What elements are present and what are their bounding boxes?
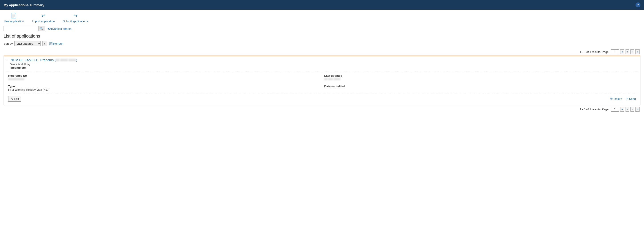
type-group: Type First Working Holiday Visa (417) bbox=[6, 84, 322, 92]
submit-applications-link[interactable]: ↪ Submit applications bbox=[63, 13, 88, 23]
delete-link[interactable]: 🗑 Delete bbox=[610, 97, 622, 100]
advanced-search-link[interactable]: ▾Advanced search bbox=[48, 27, 72, 30]
submit-applications-icon: ↪ bbox=[74, 13, 78, 19]
type-label: Type bbox=[8, 85, 320, 88]
app-dob-blurred: ## #### #### bbox=[56, 58, 76, 62]
header: My applications summary ? bbox=[0, 0, 644, 10]
last-updated-label: Last updated bbox=[324, 74, 636, 77]
results-wrapper: − NOM DE FAMILLE, Prenoms (## #### ####)… bbox=[4, 56, 640, 106]
submit-applications-label: Submit applications bbox=[63, 20, 88, 23]
app-meta: Work & Holiday Incomplete bbox=[6, 63, 638, 69]
edit-button[interactable]: ✎ Edit bbox=[8, 96, 21, 102]
help-button[interactable]: ? bbox=[636, 2, 640, 7]
send-link[interactable]: ✈ Send bbox=[626, 97, 636, 100]
delete-label: Delete bbox=[614, 97, 622, 100]
page-title: My applications summary bbox=[4, 3, 44, 7]
search-input[interactable] bbox=[4, 26, 37, 31]
bottom-page-label: Page bbox=[602, 108, 608, 111]
bottom-prev-page-button[interactable]: ‹ bbox=[626, 107, 629, 112]
app-action-links: 🗑 Delete ✈ Send bbox=[610, 97, 636, 100]
top-pagination-bar: 1 - 1 of 1 results Page « ‹ › » bbox=[4, 48, 640, 56]
app-actions: ✎ Edit 🗑 Delete ✈ Send bbox=[6, 94, 638, 104]
reference-value: ########## bbox=[8, 77, 320, 81]
import-application-icon: ↩ bbox=[41, 13, 45, 19]
main-content: 📄 New application ↩ Import application ↪… bbox=[0, 10, 644, 116]
edit-label: Edit bbox=[14, 97, 19, 100]
search-button[interactable]: 🔍 bbox=[38, 26, 45, 31]
results-container: − NOM DE FAMILLE, Prenoms (## #### ####)… bbox=[4, 56, 640, 106]
import-application-link[interactable]: ↩ Import application bbox=[32, 13, 55, 23]
bottom-page-input[interactable] bbox=[611, 107, 619, 112]
bottom-pagination-bar: 1 - 1 of 1 results Page « ‹ › » bbox=[4, 106, 640, 113]
app-details: Reference No ########## Last updated ## … bbox=[6, 71, 638, 92]
last-updated-value: ## ### #### bbox=[324, 77, 636, 81]
edit-icon: ✎ bbox=[11, 97, 13, 100]
top-page-input[interactable] bbox=[611, 49, 619, 54]
top-last-page-button[interactable]: » bbox=[635, 49, 640, 54]
new-application-label: New application bbox=[4, 20, 24, 23]
last-updated-group: Last updated ## ### #### bbox=[322, 73, 638, 82]
bottom-first-page-button[interactable]: « bbox=[620, 107, 624, 112]
refresh-icon: 🔄 bbox=[49, 42, 52, 45]
advanced-search-label: ▾Advanced search bbox=[48, 27, 72, 30]
delete-icon: 🗑 bbox=[610, 97, 613, 100]
sort-bar: Sort by Last updated Name Reference No D… bbox=[4, 41, 640, 46]
sort-label: Sort by bbox=[4, 42, 13, 45]
new-application-link[interactable]: 📄 New application bbox=[4, 13, 24, 23]
reference-label: Reference No bbox=[8, 74, 320, 77]
import-application-label: Import application bbox=[32, 20, 55, 23]
new-application-icon: 📄 bbox=[11, 13, 17, 19]
bottom-next-page-button[interactable]: › bbox=[630, 107, 634, 112]
send-label: Send bbox=[629, 97, 636, 100]
app-header: − NOM DE FAMILLE, Prenoms (## #### ####) bbox=[6, 58, 638, 62]
bottom-last-page-button[interactable]: » bbox=[635, 107, 640, 112]
sort-order-button[interactable]: ⇅ bbox=[42, 41, 47, 46]
app-status: Incomplete bbox=[10, 66, 26, 69]
bottom-results-summary: 1 - 1 of 1 results bbox=[580, 108, 600, 111]
reference-group: Reference No ########## bbox=[6, 73, 322, 82]
top-first-page-button[interactable]: « bbox=[620, 49, 624, 54]
top-prev-page-button[interactable]: ‹ bbox=[626, 49, 629, 54]
app-visa-type: Work & Holiday bbox=[10, 63, 30, 66]
table-row: − NOM DE FAMILLE, Prenoms (## #### ####)… bbox=[4, 56, 640, 105]
refresh-link[interactable]: 🔄 Refresh bbox=[49, 42, 64, 45]
top-page-label: Page bbox=[602, 50, 608, 54]
top-results-summary: 1 - 1 of 1 results bbox=[580, 50, 600, 54]
list-title: List of applications bbox=[4, 34, 640, 39]
search-bar: 🔍 ▾Advanced search bbox=[4, 26, 640, 31]
top-next-page-button[interactable]: › bbox=[630, 49, 634, 54]
collapse-icon[interactable]: − bbox=[6, 58, 9, 62]
app-name: NOM DE FAMILLE, Prenoms (## #### ####) bbox=[10, 58, 77, 62]
refresh-label: Refresh bbox=[53, 42, 64, 45]
action-bar: 📄 New application ↩ Import application ↪… bbox=[4, 13, 640, 23]
type-value: First Working Holiday Visa (417) bbox=[8, 88, 320, 91]
date-submitted-label: Date submitted bbox=[324, 85, 636, 88]
send-icon: ✈ bbox=[626, 97, 628, 100]
date-submitted-group: Date submitted bbox=[322, 84, 638, 92]
sort-select[interactable]: Last updated Name Reference No Date subm… bbox=[14, 41, 41, 46]
